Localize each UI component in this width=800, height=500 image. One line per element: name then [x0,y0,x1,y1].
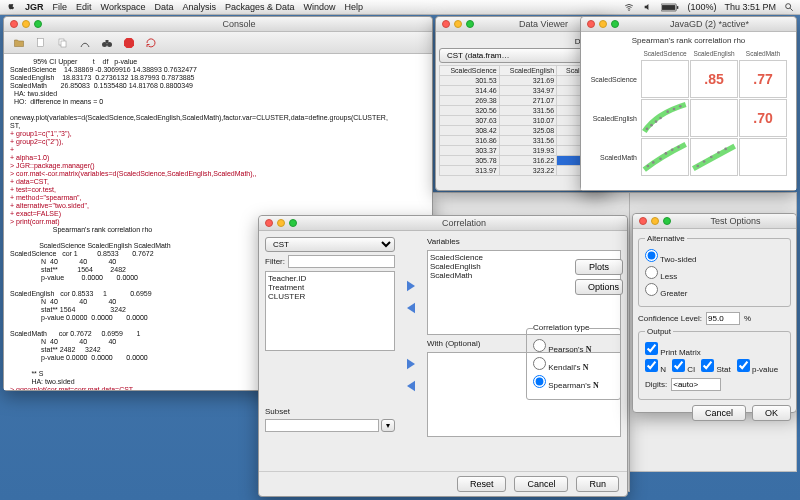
menubar: JGR File Edit Workspace Data Analysis Pa… [0,0,800,15]
menu-help[interactable]: Help [345,2,364,12]
cancel-button[interactable]: Cancel [692,405,746,421]
menu-data[interactable]: Data [154,2,173,12]
binoculars-icon[interactable] [100,36,114,50]
new-icon[interactable] [34,36,48,50]
ctype-label: Correlation type [533,321,589,335]
console-title: Console [52,19,426,29]
close-icon[interactable] [587,20,595,28]
svg-rect-8 [61,41,66,47]
digits-label: Digits: [645,380,667,389]
kendall-radio[interactable]: Kendall's [533,363,580,372]
close-icon[interactable] [442,20,450,28]
zoom-icon[interactable] [466,20,474,28]
clock[interactable]: Thu 3:51 PM [724,2,776,12]
close-icon[interactable] [265,219,273,227]
close-icon[interactable] [10,20,18,28]
corr-title: Correlation [307,218,621,228]
minimize-icon[interactable] [277,219,285,227]
dataset-select[interactable]: CST [265,237,395,252]
reset-button[interactable]: Reset [457,476,507,492]
menu-workspace[interactable]: Workspace [101,2,146,12]
remove-with-icon[interactable] [403,378,419,396]
menu-edit[interactable]: Edit [76,2,92,12]
stop-icon[interactable] [122,36,136,50]
svg-point-26 [696,165,699,168]
digits-input[interactable] [671,378,721,391]
spotlight-icon[interactable] [784,2,794,13]
n-check[interactable]: N [645,359,666,374]
subset-input[interactable] [265,419,379,432]
svg-point-27 [703,160,706,163]
zoom-icon[interactable] [34,20,42,28]
pvalue-check[interactable]: p-value [737,359,778,374]
svg-point-18 [673,108,676,111]
plot-title: Spearman's rank correlation rho [585,36,792,45]
svg-point-29 [717,151,720,154]
svg-rect-11 [106,40,109,43]
filter-input[interactable] [288,255,395,268]
console-toolbar [4,32,432,54]
less-radio[interactable]: Less [645,266,677,281]
minimize-icon[interactable] [454,20,462,28]
minimize-icon[interactable] [599,20,607,28]
cancel-button[interactable]: Cancel [514,476,568,492]
pearson-radio[interactable]: Pearson's [533,345,584,354]
options-button[interactable]: Options [575,279,623,295]
ci-check[interactable]: CI [672,359,695,374]
zoom-icon[interactable] [289,219,297,227]
svg-point-15 [655,120,658,123]
app-name[interactable]: JGR [25,2,44,12]
spearman-radio[interactable]: Spearman's [533,381,591,390]
volume-icon[interactable] [643,2,653,13]
greater-radio[interactable]: Greater [645,283,687,298]
svg-marker-12 [124,38,134,48]
svg-point-20 [647,165,650,168]
add-with-icon[interactable] [403,356,419,374]
svg-point-23 [665,152,668,155]
two-sided-radio[interactable]: Two-sided [645,249,697,264]
subset-dropdown[interactable]: ▾ [381,419,395,432]
minimize-icon[interactable] [22,20,30,28]
all-variables-list[interactable]: Teacher.IDTreatmentCLUSTER [265,271,395,351]
ok-button[interactable]: OK [752,405,791,421]
svg-point-22 [659,157,662,160]
plots-button[interactable]: Plots [575,259,623,275]
svg-point-28 [710,156,713,159]
stat-check[interactable]: Stat [701,359,730,374]
run-button[interactable]: Run [576,476,619,492]
filter-label: Filter: [265,257,285,266]
copy-icon[interactable] [56,36,70,50]
test-options-dialog: Test Options Alternative Two-sided Less … [632,213,797,413]
menu-window[interactable]: Window [303,2,335,12]
menu-analysis[interactable]: Analysis [182,2,216,12]
gd-title: JavaGD (2) *active* [629,19,790,29]
remove-var-icon[interactable] [403,300,419,318]
battery-icon[interactable] [661,2,679,12]
variables-label: Variables [427,237,621,246]
zoom-icon[interactable] [611,20,619,28]
menu-file[interactable]: File [53,2,68,12]
subset-label: Subset [265,407,395,416]
conf-label: Confidence Level: [638,314,702,323]
add-var-icon[interactable] [403,278,419,296]
close-icon[interactable] [639,217,647,225]
conf-input[interactable] [706,312,740,325]
apple-icon[interactable] [6,1,16,13]
alt-label: Alternative [645,234,687,243]
history-icon[interactable] [78,36,92,50]
svg-point-25 [677,146,680,149]
svg-rect-2 [662,5,675,10]
battery-pct: (100%) [687,2,716,12]
zoom-icon[interactable] [663,217,671,225]
svg-point-17 [666,110,669,113]
print-matrix-check[interactable]: Print Matrix [645,342,701,357]
minimize-icon[interactable] [651,217,659,225]
svg-rect-6 [38,38,44,46]
javagd-window: JavaGD (2) *active* Spearman's rank corr… [580,16,797,191]
correlation-dialog: Correlation CST Filter: Teacher.IDTreatm… [258,215,628,497]
svg-point-16 [659,117,662,120]
open-icon[interactable] [12,36,26,50]
menu-packages[interactable]: Packages & Data [225,2,295,12]
refresh-icon[interactable] [144,36,158,50]
wifi-icon[interactable] [623,2,635,13]
